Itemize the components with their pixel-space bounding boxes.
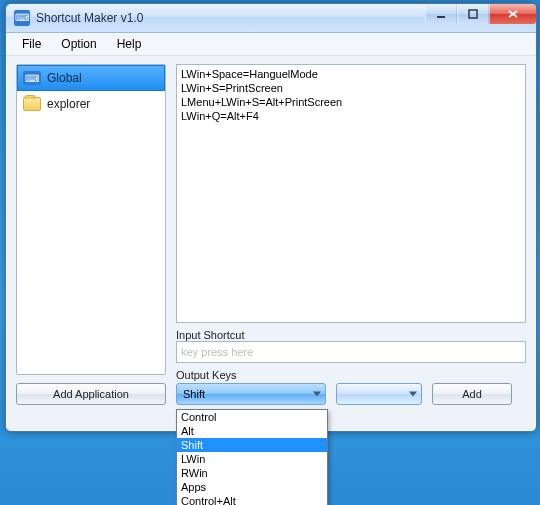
modifier-dropdown[interactable]: ControlAltShiftLWinRWinAppsControl+AltCo… [176,409,328,505]
app-list-item-global[interactable]: Global [17,65,165,91]
menu-help[interactable]: Help [109,35,150,53]
svg-rect-1 [469,10,477,18]
chevron-down-icon [313,392,321,397]
maximize-icon [468,9,478,19]
add-application-label: Add Application [53,388,129,400]
dropdown-option[interactable]: Apps [177,480,327,494]
dropdown-option[interactable]: Control+Alt [177,494,327,505]
dropdown-option[interactable]: Control [177,410,327,424]
keyboard-icon [23,71,41,85]
left-column: Global explorer Add Application [16,64,166,405]
modifier-combo-value: Shift [183,388,205,400]
output-row: Shift Add [176,383,526,405]
add-application-button[interactable]: Add Application [16,383,166,405]
maximize-button[interactable] [457,4,489,24]
dropdown-option[interactable]: Shift [177,438,327,452]
menu-file[interactable]: File [14,35,49,53]
input-shortcut-label: Input Shortcut [176,329,526,341]
dropdown-option[interactable]: RWin [177,466,327,480]
dropdown-option[interactable]: LWin [177,452,327,466]
input-shortcut-field[interactable] [176,341,526,363]
folder-icon [23,97,41,111]
app-list-item-label: Global [47,71,82,85]
right-column: LWin+Space=HanguelMode LWin+S=PrintScree… [176,64,526,405]
window-title: Shortcut Maker v1.0 [36,11,425,25]
window-controls [425,4,536,32]
app-window: Shortcut Maker v1.0 File Option [5,3,537,432]
add-button-label: Add [462,388,482,400]
key-combo[interactable] [336,383,422,405]
menu-option[interactable]: Option [53,35,104,53]
close-icon [507,9,519,19]
modifier-combo[interactable]: Shift [176,383,326,405]
desktop-background: Shortcut Maker v1.0 File Option [0,0,540,505]
minimize-icon [436,9,446,19]
output-keys-label: Output Keys [176,369,526,381]
shortcut-list-view[interactable]: LWin+Space=HanguelMode LWin+S=PrintScree… [176,64,526,323]
menubar: File Option Help [6,33,536,56]
svg-rect-0 [437,16,445,18]
minimize-button[interactable] [425,4,457,24]
window-body: Global explorer Add Application LWin+Spa… [6,56,536,415]
app-icon [14,10,30,26]
chevron-down-icon [409,392,417,397]
app-list-item-label: explorer [47,97,90,111]
app-list-item-explorer[interactable]: explorer [17,91,165,117]
application-list[interactable]: Global explorer [16,64,166,375]
titlebar[interactable]: Shortcut Maker v1.0 [6,4,536,33]
close-button[interactable] [489,4,536,24]
dropdown-option[interactable]: Alt [177,424,327,438]
add-button[interactable]: Add [432,383,512,405]
